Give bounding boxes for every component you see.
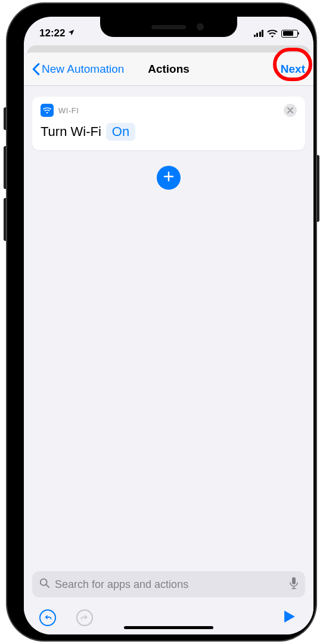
nav-bar: New Automation Actions Next [24,52,313,86]
content-area: WI-FI Turn Wi-Fi On [24,86,313,571]
close-icon [287,105,293,116]
action-app-label: WI-FI [58,106,79,115]
redo-button [75,608,94,627]
next-button[interactable]: Next [281,63,305,76]
plus-icon [163,171,175,185]
screen: 12:22 [24,17,313,634]
search-bar[interactable] [32,571,305,597]
modal-sheet: New Automation Actions Next WI [24,52,313,634]
page-title: Actions [148,63,190,76]
cellular-icon [254,30,264,37]
search-input[interactable] [55,578,285,591]
search-icon [39,578,50,591]
play-icon [284,611,295,625]
run-button[interactable] [280,608,299,627]
undo-icon [44,612,52,623]
status-time: 12:22 [39,27,65,39]
add-action-button[interactable] [157,166,181,190]
wifi-app-icon [41,104,54,117]
toolbar [24,603,313,634]
remove-action-button[interactable] [284,104,297,117]
action-parameter[interactable]: On [106,123,135,141]
battery-icon [281,30,298,38]
action-card[interactable]: WI-FI Turn Wi-Fi On [32,97,305,150]
back-button[interactable]: New Automation [32,63,124,76]
chevron-left-icon [32,63,40,76]
redo-icon [80,612,89,623]
undo-button[interactable] [38,608,57,627]
home-indicator[interactable] [124,626,213,629]
phone-frame: 12:22 [7,4,316,640]
back-label: New Automation [42,63,124,76]
notch [100,17,237,37]
wifi-icon [267,30,278,38]
location-icon [67,27,75,39]
svg-point-0 [41,579,47,586]
mic-icon[interactable] [290,577,298,592]
action-text: Turn Wi-Fi [41,124,101,140]
svg-rect-1 [292,577,296,584]
